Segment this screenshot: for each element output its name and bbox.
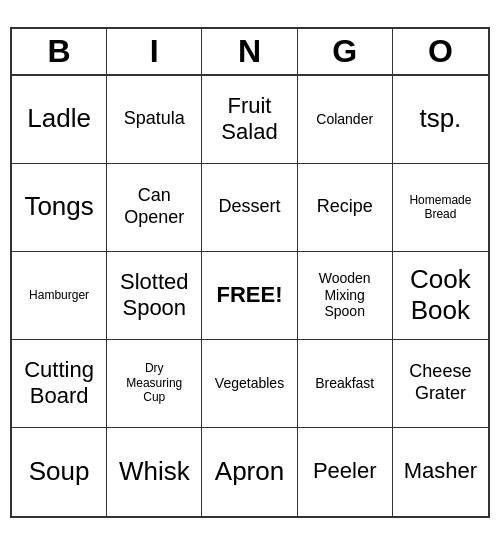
cell-text: Wooden Mixing Spoon — [319, 270, 371, 320]
bingo-cell: FREE! — [202, 252, 297, 340]
cell-text: FREE! — [216, 282, 282, 308]
bingo-cell: tsp. — [393, 76, 488, 164]
bingo-cell: Tongs — [12, 164, 107, 252]
cell-text: Spatula — [124, 108, 185, 130]
header-letter: G — [298, 29, 393, 74]
bingo-cell: Whisk — [107, 428, 202, 516]
bingo-cell: Soup — [12, 428, 107, 516]
cell-text: Hamburger — [29, 288, 89, 302]
bingo-cell: Apron — [202, 428, 297, 516]
bingo-cell: Ladle — [12, 76, 107, 164]
bingo-cell: Wooden Mixing Spoon — [298, 252, 393, 340]
header-letter: I — [107, 29, 202, 74]
bingo-cell: Peeler — [298, 428, 393, 516]
bingo-cell: Colander — [298, 76, 393, 164]
bingo-cell: Recipe — [298, 164, 393, 252]
header-letter: N — [202, 29, 297, 74]
cell-text: Vegetables — [215, 375, 284, 392]
bingo-cell: Vegetables — [202, 340, 297, 428]
bingo-cell: Cutting Board — [12, 340, 107, 428]
bingo-cell: Masher — [393, 428, 488, 516]
cell-text: Cook Book — [410, 264, 471, 326]
cell-text: Homemade Bread — [409, 193, 471, 222]
cell-text: Slotted Spoon — [120, 269, 189, 322]
bingo-cell: Cook Book — [393, 252, 488, 340]
cell-text: Cheese Grater — [409, 361, 471, 404]
cell-text: tsp. — [419, 103, 461, 134]
cell-text: Peeler — [313, 458, 377, 484]
bingo-cell: Dessert — [202, 164, 297, 252]
cell-text: Whisk — [119, 456, 190, 487]
cell-text: Cutting Board — [24, 357, 94, 410]
bingo-card: BINGO LadleSpatulaFruit SaladColandertsp… — [10, 27, 490, 518]
header-letter: O — [393, 29, 488, 74]
bingo-grid: LadleSpatulaFruit SaladColandertsp.Tongs… — [12, 76, 488, 516]
cell-text: Recipe — [317, 196, 373, 218]
cell-text: Fruit Salad — [221, 93, 277, 146]
cell-text: Dry Measuring Cup — [126, 361, 182, 404]
header-letter: B — [12, 29, 107, 74]
cell-text: Colander — [316, 111, 373, 128]
cell-text: Soup — [29, 456, 90, 487]
bingo-cell: Slotted Spoon — [107, 252, 202, 340]
bingo-cell: Dry Measuring Cup — [107, 340, 202, 428]
bingo-cell: Homemade Bread — [393, 164, 488, 252]
bingo-header: BINGO — [12, 29, 488, 76]
cell-text: Masher — [404, 458, 477, 484]
bingo-cell: Cheese Grater — [393, 340, 488, 428]
bingo-cell: Hamburger — [12, 252, 107, 340]
cell-text: Apron — [215, 456, 284, 487]
cell-text: Tongs — [24, 191, 93, 222]
cell-text: Can Opener — [124, 185, 184, 228]
bingo-cell: Can Opener — [107, 164, 202, 252]
bingo-cell: Fruit Salad — [202, 76, 297, 164]
cell-text: Dessert — [218, 196, 280, 218]
bingo-cell: Spatula — [107, 76, 202, 164]
bingo-cell: Breakfast — [298, 340, 393, 428]
cell-text: Ladle — [27, 103, 91, 134]
cell-text: Breakfast — [315, 375, 374, 392]
